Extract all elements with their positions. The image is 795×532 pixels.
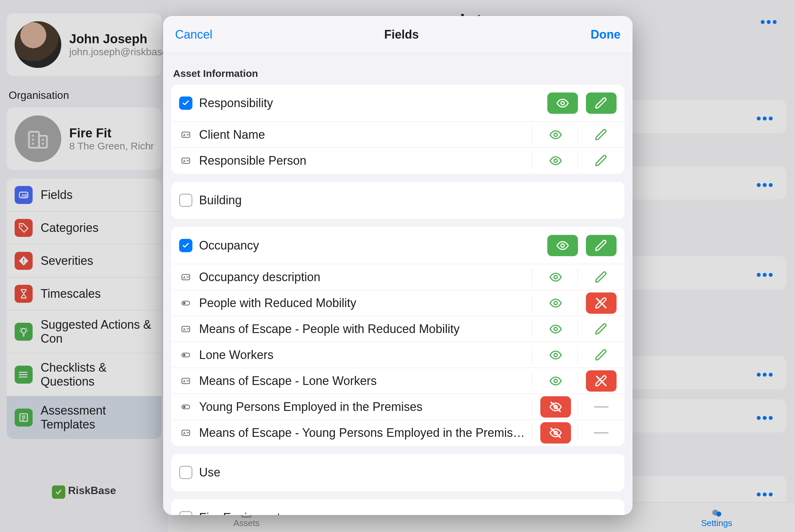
view-button[interactable] (547, 235, 578, 256)
avatar (15, 21, 61, 68)
group-label: Responsibility (199, 96, 541, 110)
field-row: Means of Escape - Lone Workers (171, 368, 625, 394)
view-icon[interactable] (546, 346, 565, 364)
svg-point-4 (21, 225, 23, 227)
text-type-icon (179, 156, 192, 165)
field-row: Means of Escape - People with Reduced Mo… (171, 316, 625, 342)
org-card[interactable]: Fire Fit 8 The Green, Richmon (7, 108, 162, 170)
cancel-button[interactable]: Cancel (175, 27, 212, 42)
more-icon[interactable]: ••• (756, 178, 774, 193)
group-label: Occupancy (199, 239, 541, 252)
list-icon (15, 408, 33, 426)
group-header[interactable]: Use (171, 454, 625, 491)
field-label: Lone Workers (199, 348, 525, 362)
group-header[interactable]: Occupancy (171, 227, 625, 264)
field-group: Building (171, 182, 625, 219)
sidebar-item-categories[interactable]: Categories (7, 212, 162, 245)
field-label: Means of Escape - Young Persons Employed… (199, 426, 525, 440)
sidebar-item-label: Categories (41, 221, 98, 235)
tab-settings[interactable]: Settings (638, 506, 795, 528)
view-disabled-button[interactable] (540, 396, 571, 418)
view-disabled-button[interactable] (540, 422, 571, 443)
field-label: Occupancy description (199, 270, 525, 284)
hourglass-icon (15, 285, 33, 303)
edit-disabled-button[interactable] (586, 370, 616, 392)
field-row: People with Reduced Mobility (171, 290, 625, 316)
tag-icon (15, 219, 33, 237)
text-type-icon (179, 272, 192, 282)
checkbox[interactable] (179, 194, 192, 207)
sidebar-item-label: Timescales (41, 287, 101, 301)
group-label: Use (199, 466, 616, 479)
sidebar-item-label: Assessment Templates (41, 403, 153, 432)
sidebar-item-assessment-templates[interactable]: Assessment Templates (7, 396, 162, 439)
more-icon[interactable]: ••• (756, 487, 774, 502)
checkbox[interactable] (179, 239, 192, 252)
org-name: Fire Fit (69, 126, 153, 140)
toggle-type-icon (179, 350, 192, 360)
edit-button[interactable] (586, 235, 616, 256)
edit-button[interactable] (586, 93, 616, 114)
sidebar-item-severities[interactable]: Severities (7, 245, 162, 278)
field-group: OccupancyOccupancy descriptionPeople wit… (171, 227, 625, 446)
view-icon[interactable] (546, 152, 565, 169)
done-button[interactable]: Done (591, 27, 621, 42)
profile-card[interactable]: John Joseph john.joseph@riskbase. (7, 13, 162, 76)
checkbox[interactable] (179, 511, 192, 515)
edit-icon[interactable] (592, 152, 611, 169)
edit-icon[interactable] (592, 268, 611, 286)
group-header[interactable]: Responsibility (171, 84, 625, 122)
view-icon[interactable] (546, 268, 565, 286)
edit-none-icon (592, 398, 611, 416)
org-section-label: Organisation (8, 89, 162, 101)
more-icon[interactable]: ••• (756, 111, 774, 126)
section-label: Asset Information (171, 53, 625, 84)
view-icon[interactable] (546, 294, 565, 312)
more-icon[interactable]: ••• (756, 411, 774, 425)
edit-icon[interactable] (592, 126, 611, 144)
field-label: Means of Escape - People with Reduced Mo… (199, 322, 525, 336)
sidebar-item-suggested-actions-con[interactable]: Suggested Actions & Con (7, 310, 162, 353)
field-row: Responsible Person (171, 148, 625, 174)
field-label: Responsible Person (199, 154, 525, 168)
sidebar: John Joseph john.joseph@riskbase. Organi… (0, 0, 168, 532)
edit-icon[interactable] (592, 320, 611, 338)
svg-point-7 (21, 328, 26, 333)
svg-rect-1 (39, 136, 47, 148)
group-header[interactable]: Fire Equipment (171, 499, 625, 515)
sidebar-item-checklists-questions[interactable]: Checklists & Questions (7, 353, 162, 396)
diamond-icon (15, 252, 33, 270)
svg-rect-5 (23, 259, 24, 262)
view-icon[interactable] (546, 320, 565, 338)
text-type-icon (179, 376, 192, 386)
check-icon (15, 366, 33, 384)
checkbox[interactable] (179, 96, 192, 110)
view-icon[interactable] (546, 126, 565, 144)
svg-text:AB: AB (21, 193, 27, 198)
field-label: Means of Escape - Lone Workers (199, 374, 525, 388)
svg-rect-0 (29, 132, 39, 148)
field-label: Client Name (199, 128, 525, 142)
edit-icon[interactable] (592, 346, 611, 364)
sidebar-item-label: Severities (41, 254, 93, 268)
sidebar-item-timescales[interactable]: Timescales (7, 278, 162, 310)
group-header[interactable]: Building (171, 182, 625, 219)
more-icon[interactable]: ••• (756, 367, 774, 382)
more-icon[interactable]: ••• (756, 267, 774, 283)
view-icon[interactable] (546, 372, 565, 390)
modal-header: Cancel Fields Done (163, 16, 632, 53)
sidebar-item-fields[interactable]: ABFields (7, 179, 162, 212)
svg-point-10 (716, 512, 721, 517)
edit-none-icon (592, 424, 611, 441)
group-label: Building (199, 193, 616, 207)
fields-modal: Cancel Fields Done Asset Information Res… (163, 16, 632, 515)
checkbox[interactable] (179, 466, 192, 479)
group-label: Fire Equipment (199, 511, 616, 515)
sidebar-nav: ABFieldsCategoriesSeveritiesTimescalesSu… (7, 179, 162, 439)
view-button[interactable] (547, 93, 578, 114)
sidebar-item-label: Suggested Actions & Con (41, 318, 153, 346)
fields-icon: AB (15, 186, 33, 204)
edit-disabled-button[interactable] (586, 292, 616, 314)
sidebar-item-label: Fields (41, 188, 73, 202)
more-icon[interactable]: ••• (760, 15, 778, 30)
